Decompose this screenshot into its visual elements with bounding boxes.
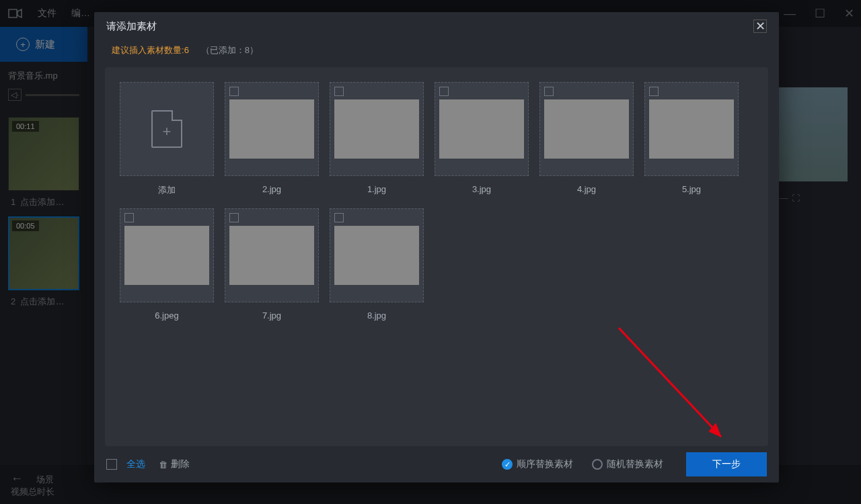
- material-label: 2.jpg: [262, 184, 281, 194]
- random-replace-label: 随机替换素材: [607, 458, 663, 470]
- add-tile-label: 添加: [158, 184, 176, 196]
- material-image: [544, 99, 629, 159]
- material-image: [439, 99, 524, 159]
- modal-titlebar: 请添加素材 ✕: [94, 12, 779, 40]
- material-image: [649, 99, 734, 159]
- menu-file[interactable]: 文件: [38, 7, 57, 19]
- suggested-count: 建议插入素材数量:6: [112, 44, 189, 56]
- menu-edit[interactable]: 编…: [71, 7, 90, 19]
- material-checkbox[interactable]: [124, 213, 134, 222]
- radio-unchecked-icon: [592, 459, 603, 470]
- select-all-link[interactable]: 全选: [126, 458, 145, 470]
- material-checkbox[interactable]: [649, 87, 659, 96]
- volume-slider[interactable]: [26, 94, 79, 96]
- material-thumb[interactable]: [225, 82, 319, 176]
- material-checkbox[interactable]: [229, 213, 239, 222]
- audio-section: 背景音乐.mp ◁·: [0, 62, 87, 109]
- new-button-label: 新建: [35, 38, 55, 51]
- modal-title: 请添加素材: [106, 20, 157, 33]
- modal-body: + 添加 2.jpg1.jpg3.jpg4.jpg5.jpg6.jpeg7.jp…: [105, 67, 768, 446]
- material-tile[interactable]: 3.jpg: [435, 82, 529, 196]
- delete-label: 删除: [171, 458, 190, 470]
- modal-close-button[interactable]: ✕: [753, 19, 767, 33]
- window-minimize-icon[interactable]: —: [784, 7, 796, 19]
- plus-circle-icon: +: [16, 38, 30, 51]
- material-label: 8.jpg: [367, 310, 386, 321]
- material-image: [229, 226, 314, 285]
- add-material-modal: 请添加素材 ✕ 建议插入素材数量:6 （已添加：8） + 添加 2.jpg1.j…: [94, 12, 779, 482]
- order-replace-radio[interactable]: 顺序替换素材: [502, 458, 573, 470]
- material-image: [334, 99, 419, 159]
- scene-thumb-label: 1 点击添加…: [8, 191, 79, 208]
- material-tile[interactable]: 1.jpg: [330, 82, 424, 196]
- material-label: 3.jpg: [472, 184, 491, 194]
- scene-thumb-time: 00:11: [12, 121, 39, 132]
- material-checkbox[interactable]: [334, 213, 344, 222]
- trash-icon: 🗑: [159, 460, 167, 470]
- app-logo-icon: [8, 8, 23, 19]
- order-replace-label: 顺序替换素材: [517, 458, 573, 470]
- add-material-tile[interactable]: + 添加: [120, 82, 214, 196]
- back-arrow-icon[interactable]: ←: [11, 472, 23, 485]
- window-close-icon[interactable]: ✕: [844, 7, 854, 19]
- material-tile[interactable]: 6.jpeg: [120, 208, 214, 321]
- preview-panel: [767, 87, 848, 181]
- added-count: （已添加：8）: [201, 44, 258, 56]
- material-label: 6.jpeg: [155, 310, 178, 321]
- add-tile-thumb[interactable]: +: [120, 82, 214, 176]
- material-grid: + 添加 2.jpg1.jpg3.jpg4.jpg5.jpg6.jpeg7.jp…: [120, 82, 761, 321]
- audio-filename: 背景音乐.mp: [8, 70, 79, 82]
- scene-thumb-time: 00:05: [12, 220, 39, 231]
- material-thumb[interactable]: [120, 208, 214, 302]
- random-replace-radio[interactable]: 随机替换素材: [592, 458, 663, 470]
- material-checkbox[interactable]: [544, 87, 554, 96]
- material-thumb[interactable]: [225, 208, 319, 302]
- delete-button[interactable]: 🗑 删除: [159, 458, 190, 470]
- material-image: [124, 226, 209, 285]
- app-sidebar: + 新建 背景音乐.mp ◁· 00:11 1 点击添加… 00:05 2 点击…: [0, 27, 87, 504]
- material-tile[interactable]: 4.jpg: [539, 82, 634, 196]
- material-image: [229, 99, 314, 159]
- next-button[interactable]: 下一步: [686, 452, 767, 476]
- material-checkbox[interactable]: [334, 87, 344, 96]
- material-label: 5.jpg: [682, 184, 701, 194]
- material-label: 4.jpg: [577, 184, 596, 194]
- material-tile[interactable]: 8.jpg: [330, 208, 424, 321]
- radio-checked-icon: [502, 459, 513, 470]
- select-all-checkbox[interactable]: [106, 459, 117, 470]
- fullscreen-icon[interactable]: ⛶: [792, 194, 800, 203]
- window-maximize-icon[interactable]: ☐: [815, 7, 825, 19]
- file-plus-icon: +: [151, 110, 182, 148]
- material-label: 1.jpg: [367, 184, 386, 194]
- duration-label: 视频总时长: [11, 487, 54, 497]
- material-label: 7.jpg: [262, 310, 281, 321]
- material-thumb[interactable]: [539, 82, 634, 176]
- material-image: [334, 226, 419, 285]
- scene-thumb-1[interactable]: 00:11 1 点击添加…: [8, 117, 79, 208]
- scene-thumb-2[interactable]: 00:05 2 点击添加…: [8, 216, 79, 308]
- preview-controls[interactable]: —●—⛶: [767, 188, 848, 208]
- modal-footer: 全选 🗑 删除 顺序替换素材 随机替换素材 下一步: [94, 446, 779, 482]
- scene-label: 场景: [36, 474, 54, 485]
- material-tile[interactable]: 5.jpg: [644, 82, 739, 196]
- material-checkbox[interactable]: [439, 87, 449, 96]
- modal-subtitle: 建议插入素材数量:6 （已添加：8）: [94, 40, 779, 60]
- material-thumb[interactable]: [644, 82, 739, 176]
- material-thumb[interactable]: [330, 208, 424, 302]
- material-thumb[interactable]: [435, 82, 529, 176]
- material-tile[interactable]: 2.jpg: [225, 82, 319, 196]
- volume-icon: ◁·: [8, 89, 22, 101]
- window-controls: — ☐ ✕: [784, 0, 854, 27]
- material-checkbox[interactable]: [229, 87, 239, 96]
- new-button[interactable]: + 新建: [0, 27, 87, 62]
- volume-control[interactable]: ◁·: [8, 89, 79, 101]
- material-thumb[interactable]: [330, 82, 424, 176]
- scene-thumb-label: 2 点击添加…: [8, 290, 79, 308]
- material-tile[interactable]: 7.jpg: [225, 208, 319, 321]
